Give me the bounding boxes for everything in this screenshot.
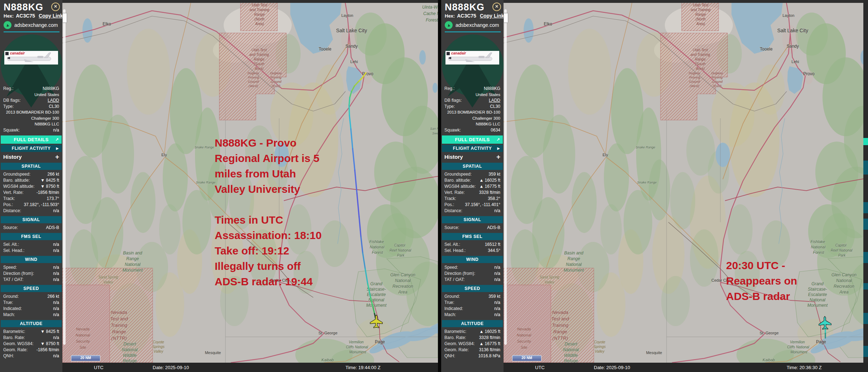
flight-activity-button[interactable]: FLIGHT ACTIVITY▶ [442,145,503,152]
map-label: and Training [249,53,269,57]
map-label: Reef National [831,248,853,252]
map-label: National [836,278,852,283]
row-label: True: [444,300,454,306]
map-label: Area [398,290,407,295]
row-value: 1016.8 hPa [478,353,500,359]
time-label: Time: 20:36:30 Z [787,365,822,370]
map-label: Test and [551,316,569,321]
flight-activity-button[interactable]: FLIGHT ACTIVITY▶ [1,145,62,152]
row-label: Mach: [444,312,456,318]
squawk-label: Squawk: [3,127,20,133]
row-value: 37.182°, -111.503° [24,202,59,208]
map-label: Site [80,345,86,349]
row-value: n/a [494,208,500,214]
map-label: Cliffs National [346,345,368,349]
timezone-label: UTC [94,365,104,370]
map-label: Area) [696,67,705,71]
data-row: WGS84 altitude:▼ 8750 ft [0,183,62,190]
data-row: Geom. Rate:3136 ft/min [441,347,504,353]
data-row: Groundspeed:359 kt [441,171,504,177]
header-divider [4,32,59,32]
map-label: (North [254,17,264,21]
map-label: Glen Canyon [390,272,415,277]
data-row: Ground:266 kt [0,294,62,300]
row-value: 359 kt [488,171,500,177]
row-value: ▼ 8425 ft [40,329,59,335]
copy-link[interactable]: Copy Link [480,13,504,19]
map-label: (NTTR) [111,335,127,341]
full-details-label: FULL DETAILS [14,137,48,142]
status-bar-after: UTC Date: 2025-09-10 Time: 20:36:30 Z [504,363,868,372]
map-label: (West) [690,84,699,88]
row-label: QNH: [444,353,455,359]
row-label: Pos.: [3,202,13,208]
telemetry-sections: SPATIALGroundspeed:266 ktBaro. altitude:… [0,163,62,359]
map-canvas[interactable]: ElkoLaytonSalt Lake CityTooeleSandyLehiP… [504,0,868,363]
row-value: n/a [53,208,59,214]
full-details-button[interactable]: FULL DETAILS↗ [442,135,503,144]
data-row: Geom. WGS84:▼ 8750 ft [0,341,62,347]
row-label: Vert. Rate: [3,190,24,196]
map-label: Area) [696,22,705,26]
section-header-signal: SIGNAL [1,216,62,223]
map-label: and Training [250,8,270,12]
history-toggle[interactable]: History+ [0,153,62,161]
aircraft-info: Reg.:N888KG United States DB flags:LADD … [441,86,504,133]
close-icon[interactable]: ✕ [492,3,501,11]
map-label: Monument [790,350,807,354]
full-details-button[interactable]: FULL DETAILS↗ [1,135,62,144]
map-label: Mesquite [646,350,662,355]
row-value: n/a [494,312,500,318]
hex-value: AC3C75 [16,13,35,19]
map-viewport-after[interactable]: ElkoLaytonSalt Lake CityTooeleSandyLehiP… [504,0,868,363]
data-row: Source:ADS-B [441,225,504,231]
history-toggle[interactable]: History+ [441,153,504,161]
row-label: Distance: [444,208,462,214]
photo-brand: canadair [10,51,25,55]
aircraft-photo[interactable]: canadair [4,51,58,65]
annotation-line: Regional Airport is 5 [215,151,321,166]
map-zoom-thumb[interactable] [62,13,67,23]
map-label: St. George [318,331,337,335]
map-label: Elko [544,22,552,27]
row-label: Baro. Rate: [3,335,25,341]
aircraft-photo[interactable]: canadair [445,51,499,65]
row-value: 37.156°, -111.401° [465,202,500,208]
row-value: 3328 ft/min [479,190,500,196]
flight-activity-label: FLIGHT ACTIVITY [12,146,51,151]
copy-link[interactable]: Copy Link [39,13,62,19]
row-label: Geom. Rate: [3,347,28,353]
map-zoom-slider[interactable] [504,9,507,345]
map-zoom-thumb[interactable] [504,13,508,23]
map-viewport-before[interactable]: ElkoLaytonSalt Lake CityTooeleSandyLehiP… [62,0,438,363]
map-label: Training [552,323,569,328]
section-header-altitude: ALTITUDE [1,320,62,327]
reg-label: Reg.: [3,86,14,92]
photo-brand: canadair [451,51,466,55]
data-row: TAT / OAT:n/a [0,277,62,283]
map-label: Kaibab [321,358,334,362]
db-flags-link[interactable]: LADD [489,97,500,104]
adsbexchange-logo-icon: ▲ [4,21,11,29]
db-flags-link[interactable]: LADD [48,97,59,104]
logo-gly​ph: ▲ [446,21,452,29]
map-label: Security [517,339,531,343]
data-row: Baro. Rate:n/a [0,335,62,341]
row-value: ▼ 8750 ft [40,341,59,347]
status-bar-before: UTC Date: 2025-09-10 Time: 19:44:00 Z [62,363,438,372]
map-zoom-slider[interactable] [63,9,66,345]
map-label: Ely [602,153,608,157]
data-row: Vert. Rate:3328 ft/min [441,190,504,196]
sliver-segment [863,346,868,357]
data-row: Sel. Head.:n/a [0,248,62,254]
map-label: Tooele [760,47,773,52]
row-value: 266 kt [47,294,59,300]
type-label: Type: [3,104,14,110]
data-row: Distance:n/a [0,208,62,214]
map-label: Nevada [76,327,90,331]
map-label: Ground [248,80,259,84]
row-value: 173.7° [47,196,59,202]
close-icon[interactable]: ✕ [51,3,60,11]
map-label: Springs [593,345,606,349]
header-divider [445,32,501,32]
